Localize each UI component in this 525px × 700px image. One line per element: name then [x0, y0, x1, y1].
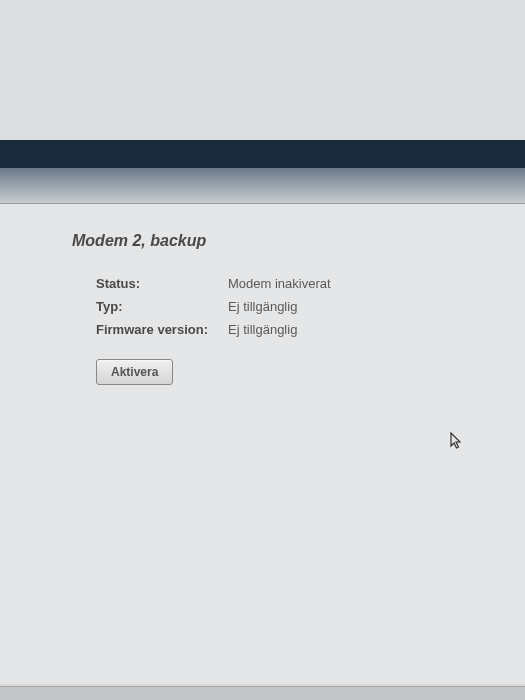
type-value: Ej tillgänglig	[228, 299, 297, 314]
status-row: Status: Modem inakiverat	[96, 276, 525, 291]
bottom-edge	[0, 686, 525, 700]
sub-bar	[0, 168, 525, 204]
status-label: Status:	[96, 276, 228, 291]
info-table: Status: Modem inakiverat Typ: Ej tillgän…	[96, 276, 525, 337]
type-row: Typ: Ej tillgänglig	[96, 299, 525, 314]
firmware-label: Firmware version:	[96, 322, 228, 337]
button-row: Aktivera	[96, 359, 525, 385]
header-bar	[0, 140, 525, 168]
status-value: Modem inakiverat	[228, 276, 331, 291]
firmware-row: Firmware version: Ej tillgänglig	[96, 322, 525, 337]
activate-button[interactable]: Aktivera	[96, 359, 173, 385]
content-panel: Modem 2, backup Status: Modem inakiverat…	[0, 204, 525, 684]
section-title: Modem 2, backup	[72, 232, 525, 250]
type-label: Typ:	[96, 299, 228, 314]
top-spacer	[0, 0, 525, 140]
firmware-value: Ej tillgänglig	[228, 322, 297, 337]
